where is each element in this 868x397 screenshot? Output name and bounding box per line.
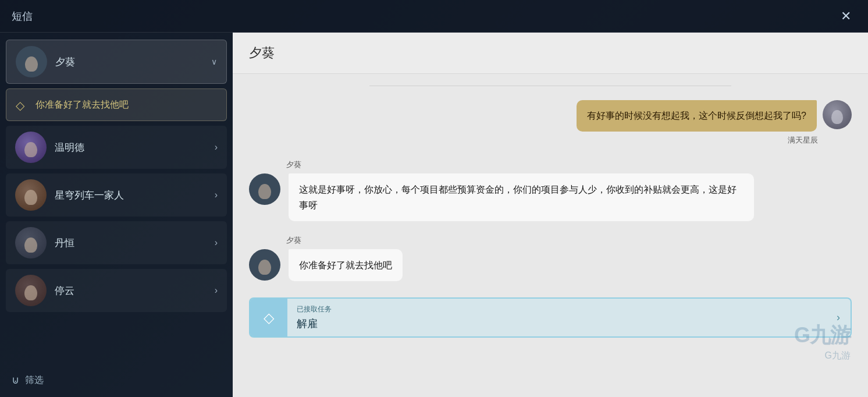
title-bar: 短信 ✕ (0, 0, 868, 33)
chat-body: 有好事的时候没有想起我，这个时候反倒想起我了吗? 满天星辰 夕葵 这就是好事呀，… (233, 74, 868, 397)
player-name: 满天星辰 (788, 135, 818, 146)
sidebar-item-xing[interactable]: 星穹列车一家人 › (6, 173, 227, 217)
app-title: 短信 (12, 9, 33, 23)
message-player: 有好事的时候没有想起我，这个时候反倒想起我了吗? 满天星辰 (249, 100, 852, 146)
avatar-wen (15, 132, 47, 163)
quest-content: 已接取任务 解雇 (287, 299, 826, 336)
sidebar-item-dan[interactable]: 丹恒 › (6, 221, 227, 264)
contact-name-wen: 温明德 (55, 141, 215, 154)
contact-name-dan: 丹恒 (55, 236, 215, 250)
avatar-yukai-chat (249, 173, 280, 205)
quest-arrow-icon[interactable]: › (826, 299, 851, 336)
message-yukai-2: 夕葵 你准备好了就去找他吧 (249, 235, 852, 281)
contact-name-ting: 停云 (55, 284, 215, 297)
sidebar-item-ting[interactable]: 停云 › (6, 269, 227, 312)
message-yukai-1: 夕葵 这就是好事呀，你放心，每个项目都些预算资金的，你们的项目参与人少，你收到的… (249, 159, 852, 221)
sidebar: 夕葵 ∨ 你准备好了就去找他吧 温明德 › 星穹列车一家人 › 丹恒 › (0, 33, 233, 397)
avatar-dan (15, 227, 47, 258)
quest-icon-box: ◇ (250, 299, 287, 336)
arrow-icon-wen: › (215, 142, 218, 153)
quest-diamond-icon: ◇ (264, 310, 274, 326)
highlighted-label: 你准备好了就去找他吧 (35, 99, 129, 111)
contact-name-xing: 星穹列车一家人 (55, 189, 215, 202)
arrow-icon-xing: › (215, 190, 218, 200)
chat-panel: 夕葵 有好事的时候没有想起我，这个时候反倒想起我了吗? 满天星辰 夕葵 (233, 33, 868, 397)
diamond-icon (16, 98, 29, 111)
avatar-yukai-chat-2 (249, 249, 280, 281)
bubble-player: 有好事的时候没有想起我，这个时候反倒想起我了吗? (577, 100, 817, 132)
chat-header: 夕葵 (233, 33, 868, 74)
quest-label: 已接取任务 (297, 304, 817, 314)
npc-name-1: 夕葵 (286, 159, 852, 170)
avatar-ting (15, 275, 47, 306)
avatar-player (823, 100, 852, 129)
npc-name-2: 夕葵 (286, 235, 852, 246)
main-layout: 夕葵 ∨ 你准备好了就去找他吧 温明德 › 星穹列车一家人 › 丹恒 › (0, 33, 868, 397)
arrow-icon-ting: › (215, 285, 218, 296)
chevron-down-icon: ∨ (211, 57, 217, 66)
contact-name-yukai: 夕葵 (55, 55, 211, 69)
close-button[interactable]: ✕ (835, 6, 856, 27)
bubble-yukai-2: 你准备好了就去找他吧 (289, 249, 403, 281)
sidebar-item-wen[interactable]: 温明德 › (6, 126, 227, 169)
quest-card[interactable]: ◇ 已接取任务 解雇 › (249, 297, 852, 338)
sidebar-item-yukai[interactable]: 夕葵 ∨ (6, 40, 227, 84)
filter-button[interactable]: ⊍ 筛选 (0, 368, 233, 392)
quest-name: 解雇 (297, 317, 817, 331)
avatar-xing (15, 179, 47, 211)
sidebar-item-highlighted[interactable]: 你准备好了就去找他吧 (6, 88, 227, 121)
filter-label: 筛选 (25, 374, 44, 387)
chat-divider (369, 86, 731, 86)
bubble-yukai-1: 这就是好事呀，你放心，每个项目都些预算资金的，你们的项目参与人少，你收到的补贴就… (289, 173, 754, 221)
chat-title: 夕葵 (249, 45, 275, 60)
filter-icon: ⊍ (12, 374, 19, 387)
avatar-yukai (16, 46, 47, 77)
arrow-icon-dan: › (215, 238, 218, 248)
